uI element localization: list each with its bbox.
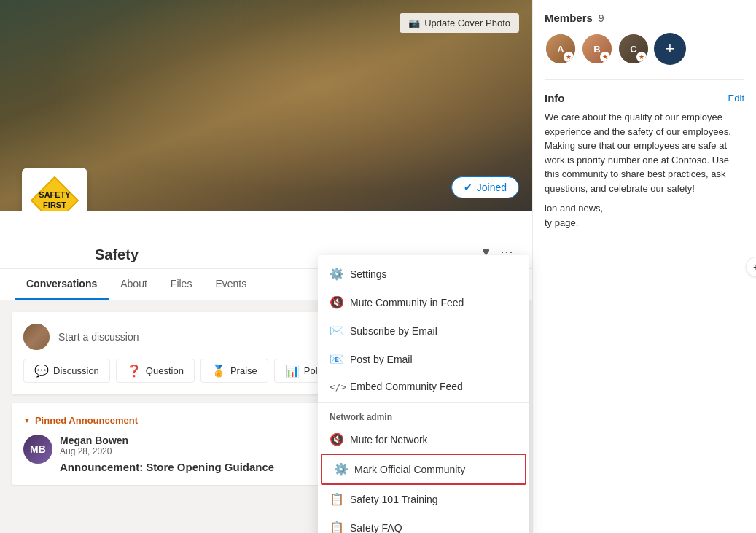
right-sidebar: Members 9 A ★ B ★ C ★ + Info Edit We car… xyxy=(532,0,756,533)
dropdown-item-subscribe-email[interactable]: ✉️ Subscribe by Email xyxy=(318,316,529,345)
mute-network-icon: 🔇 xyxy=(330,432,343,446)
mute-community-label: Mute Community in Feed xyxy=(350,297,464,308)
joined-label: Joined xyxy=(477,182,507,193)
safety-training-icon: 📋 xyxy=(330,492,343,506)
mark-official-icon: ⚙️ xyxy=(334,462,347,476)
safety-faq-label: Safety FAQ xyxy=(350,522,402,534)
members-count: 9 xyxy=(599,12,604,24)
mute-community-icon: 🔇 xyxy=(330,295,343,309)
subscribe-email-icon: ✉️ xyxy=(330,324,343,338)
member-avatar-2[interactable]: B ★ xyxy=(581,33,613,65)
dropdown-item-mute-community[interactable]: 🔇 Mute Community in Feed xyxy=(318,288,529,316)
info-header: Info Edit xyxy=(545,92,744,104)
mark-official-label: Mark Official Community xyxy=(354,464,465,475)
discussion-placeholder[interactable]: Start a discussion xyxy=(58,331,139,343)
mute-network-label: Mute for Network xyxy=(350,434,428,446)
mark-official-highlight: ⚙️ Mark Official Community xyxy=(321,454,526,485)
question-button[interactable]: ❓ Question xyxy=(116,359,195,383)
discussion-icon: 💬 xyxy=(34,364,49,378)
praise-button[interactable]: 🏅 Praise xyxy=(200,359,268,383)
praise-label: Praise xyxy=(230,365,257,376)
info-text-small: ion and news,ty page. xyxy=(545,201,744,230)
member-star-1: ★ xyxy=(564,52,574,62)
tab-conversations[interactable]: Conversations xyxy=(15,269,109,300)
embed-label: Embed Community Feed xyxy=(350,381,463,392)
dropdown-item-safety-training[interactable]: 📋 Safety 101 Training xyxy=(318,485,529,513)
settings-label: Settings xyxy=(350,268,387,280)
poll-icon: 📊 xyxy=(285,364,300,378)
tab-about[interactable]: About xyxy=(109,269,159,300)
safety-diamond-svg: SAFETY FIRST xyxy=(28,174,81,211)
camera-icon: 📷 xyxy=(408,17,420,28)
community-logo: SAFETY FIRST xyxy=(22,168,87,211)
praise-icon: 🏅 xyxy=(211,364,226,378)
tab-events[interactable]: Events xyxy=(203,269,258,300)
expand-sidebar-button[interactable]: + xyxy=(746,257,756,277)
safety-faq-icon: 📋 xyxy=(330,521,343,533)
info-title: Info xyxy=(545,92,565,104)
member-star-3: ★ xyxy=(636,52,647,62)
dropdown-menu: ⚙️ Settings 🔇 Mute Community in Feed ✉️ … xyxy=(318,255,529,533)
members-section: Members 9 A ★ B ★ C ★ + xyxy=(545,12,744,65)
dropdown-item-settings[interactable]: ⚙️ Settings xyxy=(318,260,529,288)
dropdown-item-mark-official[interactable]: ⚙️ Mark Official Community xyxy=(322,455,525,483)
user-avatar xyxy=(23,324,50,350)
question-icon: ❓ xyxy=(127,364,141,378)
info-text: We care about the quality of our employe… xyxy=(545,110,744,195)
settings-icon: ⚙️ xyxy=(330,267,343,281)
edit-link[interactable]: Edit xyxy=(728,93,744,104)
member-avatar-3[interactable]: C ★ xyxy=(617,33,650,65)
member-star-2: ★ xyxy=(600,52,610,62)
question-label: Question xyxy=(146,365,184,376)
tab-files[interactable]: Files xyxy=(159,269,204,300)
info-section: Info Edit We care about the quality of o… xyxy=(545,92,744,230)
add-member-button[interactable]: + xyxy=(654,33,686,65)
dropdown-item-embed[interactable]: </> Embed Community Feed xyxy=(318,373,529,400)
post-email-icon: 📧 xyxy=(330,352,343,366)
svg-text:FIRST: FIRST xyxy=(43,201,66,209)
network-admin-section-label: Network admin xyxy=(318,406,529,425)
safety-training-label: Safety 101 Training xyxy=(350,494,438,505)
checkmark-icon: ✔ xyxy=(464,182,472,193)
update-cover-label: Update Cover Photo xyxy=(424,17,510,28)
dropdown-divider-1 xyxy=(318,402,529,403)
member-avatar-1[interactable]: A ★ xyxy=(545,33,577,65)
svg-text:SAFETY: SAFETY xyxy=(39,190,71,199)
discussion-button[interactable]: 💬 Discussion xyxy=(23,359,110,383)
cover-photo: 📷 Update Cover Photo SAFETY FIRST ✔ Join… xyxy=(0,0,532,211)
dropdown-item-mute-network[interactable]: 🔇 Mute for Network xyxy=(318,425,529,454)
dropdown-item-safety-faq[interactable]: 📋 Safety FAQ xyxy=(318,513,529,533)
community-name: Safety xyxy=(15,246,139,263)
members-header: Members 9 xyxy=(545,12,744,24)
update-cover-button[interactable]: 📷 Update Cover Photo xyxy=(400,13,519,33)
dropdown-item-post-email[interactable]: 📧 Post by Email xyxy=(318,345,529,373)
chevron-down-icon: ▼ xyxy=(23,416,31,424)
members-title: Members xyxy=(545,12,593,24)
post-email-label: Post by Email xyxy=(350,354,413,365)
subscribe-email-label: Subscribe by Email xyxy=(350,325,437,337)
sidebar-divider-1 xyxy=(545,79,744,80)
discussion-label: Discussion xyxy=(53,365,99,376)
members-avatars: A ★ B ★ C ★ + xyxy=(545,33,744,65)
pinned-label-text: Pinned Announcement xyxy=(35,415,138,426)
joined-button[interactable]: ✔ Joined xyxy=(451,176,519,198)
post-author-avatar: MB xyxy=(23,435,52,464)
embed-icon: </> xyxy=(330,381,343,392)
